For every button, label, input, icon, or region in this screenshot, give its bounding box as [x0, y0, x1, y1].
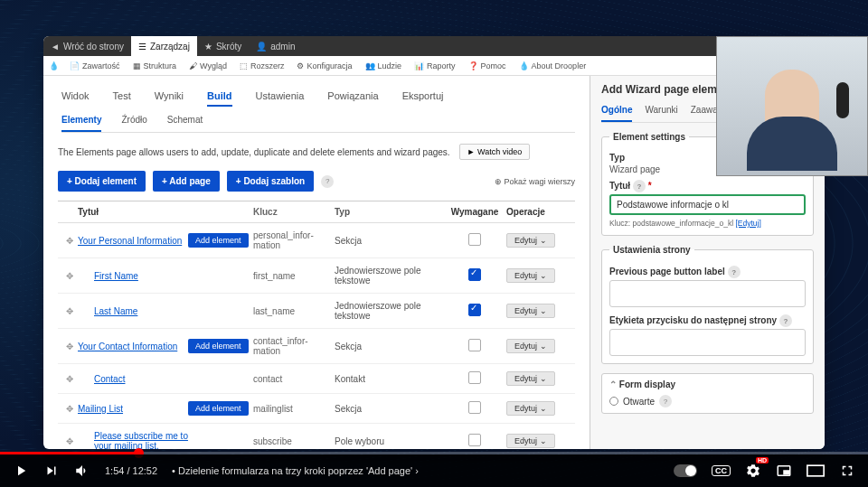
play-button[interactable]	[13, 463, 29, 479]
edit-button[interactable]: Edytuj ⌄	[506, 339, 555, 353]
tab-settings[interactable]: Ustawienia	[256, 87, 305, 107]
element-title-link[interactable]: Your Personal Information	[78, 236, 182, 246]
element-type: Sekcja	[335, 342, 443, 351]
drag-handle-icon[interactable]: ✥	[61, 374, 78, 384]
nav-config[interactable]: ⚙ Konfiguracja	[290, 61, 358, 70]
edit-button[interactable]: Edytuj ⌄	[506, 434, 555, 448]
captions-button[interactable]: CC	[712, 465, 731, 476]
edit-key-link[interactable]: [Edytuj]	[735, 219, 760, 228]
user-tab[interactable]: 👤admin	[249, 36, 302, 56]
add-element-inline[interactable]: Add element	[188, 339, 249, 353]
next-button[interactable]	[43, 463, 60, 479]
miniplayer-button[interactable]	[776, 463, 792, 479]
required-checkbox[interactable]	[468, 304, 481, 316]
nav-extend[interactable]: ⬚ Rozszerz	[233, 61, 291, 70]
required-checkbox[interactable]	[468, 371, 481, 384]
volume-button[interactable]	[74, 463, 90, 479]
autoplay-toggle[interactable]	[674, 464, 697, 477]
add-element-inline[interactable]: Add element	[188, 401, 249, 416]
title-label: Tytuł ? *	[609, 180, 806, 192]
help-icon[interactable]: ?	[321, 175, 334, 188]
required-checkbox[interactable]	[468, 268, 481, 281]
required-checkbox[interactable]	[468, 401, 481, 414]
element-key: last_name	[253, 306, 335, 316]
add-page-button[interactable]: + Add page	[153, 171, 220, 192]
required-checkbox[interactable]	[468, 339, 481, 351]
drag-handle-icon[interactable]: ✥	[61, 342, 78, 351]
nav-about[interactable]: 💧 About Droopler	[513, 61, 593, 70]
required-checkbox[interactable]	[468, 434, 481, 446]
key-hint: Klucz: podstawowe_informacje_o_kl [Edytu…	[609, 219, 806, 228]
element-title-link[interactable]: Contact	[94, 374, 125, 384]
back-to-site[interactable]: ◄Wróć do strony	[43, 36, 131, 56]
form-display-accordion[interactable]: ⌃ Form display Otwarte ?	[601, 373, 814, 414]
edit-button[interactable]: Edytuj ⌄	[506, 268, 555, 283]
webcam-overlay	[716, 36, 868, 176]
prev-button-input[interactable]	[609, 280, 806, 307]
title-input[interactable]	[609, 194, 806, 215]
drag-handle-icon[interactable]: ✥	[61, 306, 78, 316]
sidetab-conditions[interactable]: Warunki	[645, 101, 677, 122]
nav-content[interactable]: 📄 Zawartość	[63, 61, 127, 70]
add-element-button[interactable]: + Dodaj element	[58, 171, 146, 192]
required-checkbox[interactable]	[468, 233, 481, 246]
manage-tab[interactable]: ☰Zarządzaj	[131, 36, 197, 56]
table-row: ✥Mailing ListAdd elementmailinglistSekcj…	[58, 394, 575, 424]
subtab-source[interactable]: Źródło	[121, 112, 146, 132]
next-button-input[interactable]	[609, 329, 806, 356]
shortcuts-tab[interactable]: ★Skróty	[197, 36, 249, 56]
element-key: contact_infor­mation	[253, 336, 335, 356]
col-title: Tytuł	[78, 207, 188, 217]
nav-reports[interactable]: 📊 Raporty	[408, 61, 462, 70]
tab-view[interactable]: Widok	[61, 87, 90, 107]
nav-structure[interactable]: ▦ Struktura	[127, 61, 184, 70]
chapter-title[interactable]: • Dzielenie formularza na trzy kroki pop…	[172, 465, 419, 476]
element-title-link[interactable]: First Name	[94, 271, 138, 281]
table-row: ✥Your Contact InformationAdd elementcont…	[58, 329, 575, 364]
player-controls: 1:54 / 12:52 • Dzielenie formularza na t…	[0, 454, 868, 487]
col-ops: Operacje	[506, 207, 571, 217]
drag-handle-icon[interactable]: ✥	[61, 404, 78, 414]
show-weights-toggle[interactable]: ⊕ Pokaż wagi wierszy	[495, 177, 575, 186]
element-key: subscribe	[253, 436, 335, 446]
edit-button[interactable]: Edytuj ⌄	[506, 371, 555, 386]
subtab-elements[interactable]: Elementy	[61, 112, 101, 132]
drag-handle-icon[interactable]: ✥	[61, 271, 78, 281]
settings-button[interactable]: HD	[745, 463, 761, 479]
element-key: contact	[253, 374, 335, 384]
open-radio[interactable]	[609, 397, 618, 406]
drag-handle-icon[interactable]: ✥	[61, 236, 78, 246]
drag-handle-icon[interactable]: ✥	[61, 436, 78, 446]
element-type: Jednowierszowe pole tekstowe	[335, 266, 443, 286]
fullscreen-button[interactable]	[839, 463, 855, 479]
element-title-link[interactable]: Mailing List	[78, 404, 123, 414]
edit-button[interactable]: Edytuj ⌄	[506, 233, 555, 248]
theater-button[interactable]	[807, 464, 825, 477]
element-key: first_name	[253, 271, 335, 281]
svg-rect-1	[784, 471, 788, 474]
add-element-inline[interactable]: Add element	[188, 233, 249, 248]
element-title-link[interactable]: Your Contact Information	[78, 342, 177, 351]
element-title-link[interactable]: Please subscribe me to your mailing list…	[94, 431, 188, 449]
element-type: Sekcja	[335, 404, 443, 414]
nav-help[interactable]: ❓ Pomoc	[462, 61, 513, 70]
tab-references[interactable]: Powiązania	[327, 87, 378, 107]
tab-results[interactable]: Wyniki	[155, 87, 184, 107]
chevron-down-icon: ⌄	[540, 374, 547, 383]
edit-button[interactable]: Edytuj ⌄	[506, 304, 555, 318]
tab-build[interactable]: Build	[207, 87, 232, 107]
tab-export[interactable]: Eksportuj	[402, 87, 444, 107]
edit-button[interactable]: Edytuj ⌄	[506, 401, 555, 416]
chevron-down-icon: ⌄	[540, 271, 547, 280]
subtab-schema[interactable]: Schemat	[167, 112, 203, 132]
table-row: ✥Your Personal InformationAdd elementper…	[58, 223, 575, 258]
chevron-down-icon: ⌄	[540, 436, 547, 445]
table-row: ✥Last Namelast_nameJednowierszowe pole t…	[58, 294, 575, 329]
element-title-link[interactable]: Last Name	[94, 306, 137, 316]
watch-video-button[interactable]: ► Watch video	[459, 144, 531, 160]
add-template-button[interactable]: + Dodaj szablon	[227, 171, 314, 192]
tab-test[interactable]: Test	[113, 87, 131, 107]
nav-people[interactable]: 👥 Ludzie	[359, 61, 409, 70]
nav-appearance[interactable]: 🖌 Wygląd	[183, 61, 233, 70]
sidetab-general[interactable]: Ogólne	[601, 101, 632, 122]
